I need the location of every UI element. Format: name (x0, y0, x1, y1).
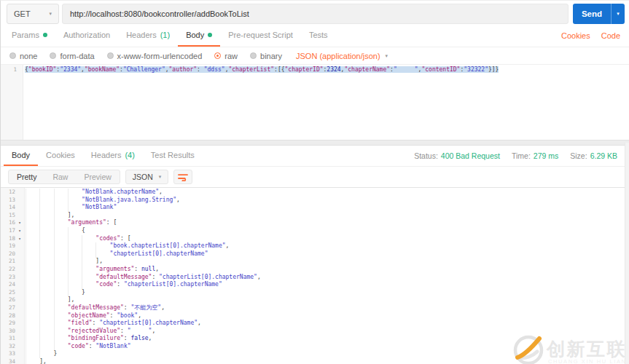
url-bar: GET ▾ http://localhost:8080/bookcontroll… (7, 4, 625, 24)
link-code[interactable]: Code (601, 31, 620, 40)
tab-label: Body (186, 31, 204, 39)
url-text: http://localhost:8080/bookcontroller/add… (70, 9, 249, 18)
format-dropdown[interactable]: JSON ▾ (125, 170, 169, 184)
tab-body[interactable]: Body (178, 24, 220, 47)
tab-pre-request-script[interactable]: Pre-request Script (220, 24, 301, 47)
send-group: Send ▾ (573, 4, 625, 24)
code-line: 23"defaultMessage": "chapterList[0].chap… (1, 274, 629, 282)
tab-label: Pre-request Script (228, 31, 293, 39)
request-body-editor[interactable]: 1 {"bookID":"2334","bookName":"Challenge… (1, 64, 629, 140)
tab-headers[interactable]: Headers(1) (118, 24, 178, 47)
line-number: 31 (1, 335, 15, 343)
chevron-down-icon: ▾ (617, 11, 620, 16)
request-links: CookiesCode (561, 24, 626, 47)
line-number: 13 (1, 197, 15, 205)
status-value: 279 ms (534, 151, 558, 160)
view-mode-pretty[interactable]: Pretty (9, 173, 44, 181)
code-line: 18▾"codes": [ (1, 235, 629, 243)
link-cookies[interactable]: Cookies (561, 31, 590, 40)
request-tabs: ParamsAuthorizationHeaders(1)BodyPre-req… (1, 24, 629, 47)
response-tab-cookies[interactable]: Cookies (38, 146, 83, 166)
format-label: JSON (133, 173, 153, 181)
view-mode-raw[interactable]: Raw (44, 173, 76, 181)
line-number: 33 (1, 350, 15, 358)
line-number: 18 (1, 235, 15, 243)
code-line: 32"code": "NotBlank" (1, 343, 629, 351)
chevron-down-icon: ▾ (49, 11, 52, 17)
body-mode-none[interactable]: none (9, 52, 37, 60)
body-mode-x-www-form-urlencoded[interactable]: x-www-form-urlencoded (107, 52, 203, 60)
status-time: Time:279 ms (512, 151, 558, 160)
line-number: 34 (1, 358, 15, 364)
green-dot-icon (208, 33, 212, 37)
response-status-bar: Status:400 Bad RequestTime:279 msSize:6.… (414, 146, 626, 166)
body-mode-label: x-www-form-urlencoded (117, 52, 203, 60)
postman-window: GET ▾ http://localhost:8080/bookcontroll… (0, 0, 629, 364)
tab-label: Tests (309, 31, 328, 39)
response-tab-body[interactable]: Body (4, 146, 38, 166)
body-mode-label: raw (224, 52, 238, 60)
view-mode-preview[interactable]: Preview (76, 173, 119, 181)
send-dropdown-button[interactable]: ▾ (611, 4, 625, 24)
chevron-down-icon: ▾ (386, 53, 388, 59)
line-number: 26 (1, 296, 15, 304)
tab-authorization[interactable]: Authorization (55, 24, 118, 47)
radio-icon (214, 52, 221, 59)
tab-label: Headers (91, 151, 122, 159)
url-input[interactable]: http://localhost:8080/bookcontroller/add… (62, 4, 569, 24)
response-body-viewer: 12"NotBlank.chapterName",13"NotBlank.jav… (1, 188, 629, 364)
response-tab-headers[interactable]: Headers(4) (83, 146, 143, 166)
code-line: 16▾"arguments": [ (1, 219, 629, 227)
response-scrollbar[interactable] (625, 143, 629, 364)
body-mode-form-data[interactable]: form-data (50, 52, 94, 60)
send-button[interactable]: Send (573, 4, 611, 24)
view-mode-group: PrettyRawPreview (8, 170, 120, 184)
body-mode-label: binary (260, 52, 282, 60)
line-number: 17 (1, 227, 15, 235)
line-number: 25 (1, 289, 15, 297)
code-line: 34], (1, 358, 629, 364)
line-number: 21 (1, 258, 15, 266)
radio-icon (50, 52, 56, 59)
body-mode-raw[interactable]: raw (214, 52, 238, 60)
code-line: 27"defaultMessage": "不能为空", (1, 304, 629, 312)
method-select[interactable]: GET ▾ (7, 4, 59, 24)
code-line: 33} (1, 350, 629, 358)
code-line: 12"NotBlank.chapterName", (1, 189, 629, 197)
fold-toggle-icon[interactable]: ▾ (15, 227, 24, 235)
green-dot-icon (43, 33, 47, 37)
line-number: 30 (1, 328, 15, 336)
pane-splitter[interactable] (1, 140, 629, 146)
status-label: Time: (512, 151, 531, 160)
method-label: GET (14, 9, 31, 18)
line-number: 29 (1, 320, 15, 328)
selected-json-text: {"bookID":"2334","bookName":"Challenger"… (25, 66, 499, 73)
status-label: Status: (414, 151, 438, 160)
status-value: 6.29 KB (590, 151, 617, 160)
body-mode-binary[interactable]: binary (250, 52, 282, 60)
tab-label: Cookies (46, 151, 75, 159)
line-number: 15 (1, 212, 15, 220)
wrap-text-button[interactable] (173, 170, 192, 184)
tab-tests[interactable]: Tests (301, 24, 336, 47)
status-label: Size: (570, 151, 587, 160)
code-line: 25} (1, 289, 629, 297)
radio-icon (9, 52, 16, 59)
code-line: 30"rejectedValue": " ", (1, 328, 629, 336)
tab-params[interactable]: Params (4, 24, 55, 47)
fold-toggle-icon[interactable]: ▾ (15, 235, 24, 243)
tab-label: Authorization (63, 31, 110, 39)
radio-icon (250, 52, 257, 59)
response-tabs: BodyCookiesHeaders(4)Test ResultsStatus:… (1, 146, 629, 167)
body-mode-label: form-data (60, 52, 94, 60)
response-tab-test-results[interactable]: Test Results (143, 146, 203, 166)
tab-label: Params (12, 31, 39, 39)
content-type-dropdown[interactable]: JSON (application/json) (296, 52, 380, 60)
radio-icon (107, 52, 114, 59)
fold-toggle-icon[interactable]: ▾ (15, 219, 24, 227)
line-number: 32 (1, 343, 15, 351)
code-line: 17▾{ (1, 227, 629, 235)
code-line: 31"bindingFailure": false, (1, 335, 629, 343)
line-number: 22 (1, 266, 15, 274)
response-toolbar: PrettyRawPreview JSON ▾ (1, 167, 629, 188)
